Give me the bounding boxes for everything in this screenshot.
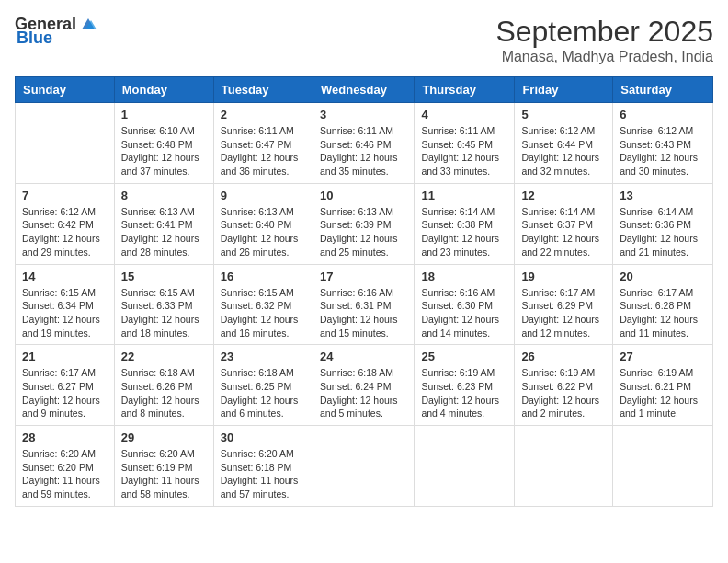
day-info: Sunrise: 6:20 AM Sunset: 6:19 PM Dayligh…	[121, 447, 207, 501]
day-info: Sunrise: 6:15 AM Sunset: 6:33 PM Dayligh…	[121, 286, 207, 340]
calendar-cell	[313, 426, 414, 507]
day-number: 12	[521, 189, 606, 202]
day-info: Sunrise: 6:17 AM Sunset: 6:29 PM Dayligh…	[521, 286, 606, 340]
day-number: 5	[521, 108, 606, 121]
calendar-cell: 3Sunrise: 6:11 AM Sunset: 6:46 PM Daylig…	[313, 103, 414, 184]
day-number: 19	[521, 270, 606, 283]
day-number: 25	[421, 350, 507, 363]
day-number: 8	[121, 189, 207, 202]
calendar-cell: 8Sunrise: 6:13 AM Sunset: 6:41 PM Daylig…	[114, 183, 213, 264]
day-info: Sunrise: 6:14 AM Sunset: 6:36 PM Dayligh…	[620, 205, 706, 259]
day-info: Sunrise: 6:19 AM Sunset: 6:22 PM Dayligh…	[521, 366, 606, 420]
day-number: 7	[22, 189, 108, 202]
header-thursday: Thursday	[415, 77, 515, 103]
calendar-week-5: 28Sunrise: 6:20 AM Sunset: 6:20 PM Dayli…	[16, 426, 713, 507]
calendar-cell: 6Sunrise: 6:12 AM Sunset: 6:43 PM Daylig…	[613, 103, 713, 184]
calendar-week-2: 7Sunrise: 6:12 AM Sunset: 6:42 PM Daylig…	[16, 183, 713, 264]
calendar-cell: 29Sunrise: 6:20 AM Sunset: 6:19 PM Dayli…	[114, 426, 213, 507]
day-number: 2	[221, 108, 306, 121]
calendar-cell: 5Sunrise: 6:12 AM Sunset: 6:44 PM Daylig…	[515, 103, 613, 184]
day-number: 23	[221, 350, 306, 363]
header-saturday: Saturday	[613, 77, 713, 103]
calendar-header-row: SundayMondayTuesdayWednesdayThursdayFrid…	[16, 77, 713, 103]
day-number: 4	[421, 108, 507, 121]
calendar-cell: 28Sunrise: 6:20 AM Sunset: 6:20 PM Dayli…	[16, 426, 115, 507]
day-number: 3	[320, 108, 407, 121]
calendar-cell: 27Sunrise: 6:19 AM Sunset: 6:21 PM Dayli…	[613, 345, 713, 426]
day-info: Sunrise: 6:13 AM Sunset: 6:41 PM Dayligh…	[121, 205, 207, 259]
calendar-cell: 30Sunrise: 6:20 AM Sunset: 6:18 PM Dayli…	[213, 426, 313, 507]
header-tuesday: Tuesday	[213, 77, 313, 103]
calendar-cell: 11Sunrise: 6:14 AM Sunset: 6:38 PM Dayli…	[415, 183, 515, 264]
calendar-cell: 21Sunrise: 6:17 AM Sunset: 6:27 PM Dayli…	[16, 345, 115, 426]
calendar-cell: 15Sunrise: 6:15 AM Sunset: 6:33 PM Dayli…	[114, 264, 213, 345]
day-info: Sunrise: 6:18 AM Sunset: 6:25 PM Dayligh…	[221, 366, 306, 420]
day-info: Sunrise: 6:16 AM Sunset: 6:31 PM Dayligh…	[320, 286, 407, 340]
day-info: Sunrise: 6:18 AM Sunset: 6:26 PM Dayligh…	[121, 366, 207, 420]
day-info: Sunrise: 6:20 AM Sunset: 6:20 PM Dayligh…	[22, 447, 108, 501]
header-wednesday: Wednesday	[313, 77, 414, 103]
day-number: 27	[620, 350, 706, 363]
day-info: Sunrise: 6:15 AM Sunset: 6:32 PM Dayligh…	[221, 286, 306, 340]
calendar-cell: 25Sunrise: 6:19 AM Sunset: 6:23 PM Dayli…	[415, 345, 515, 426]
day-info: Sunrise: 6:14 AM Sunset: 6:38 PM Dayligh…	[421, 205, 507, 259]
day-number: 24	[320, 350, 407, 363]
day-info: Sunrise: 6:18 AM Sunset: 6:24 PM Dayligh…	[320, 366, 407, 420]
logo: General Blue	[15, 15, 98, 48]
calendar-cell: 13Sunrise: 6:14 AM Sunset: 6:36 PM Dayli…	[613, 183, 713, 264]
day-number: 1	[121, 108, 207, 121]
day-number: 15	[121, 270, 207, 283]
day-info: Sunrise: 6:15 AM Sunset: 6:34 PM Dayligh…	[22, 286, 108, 340]
calendar-week-3: 14Sunrise: 6:15 AM Sunset: 6:34 PM Dayli…	[16, 264, 713, 345]
calendar-cell: 20Sunrise: 6:17 AM Sunset: 6:28 PM Dayli…	[613, 264, 713, 345]
day-number: 20	[620, 270, 706, 283]
day-info: Sunrise: 6:12 AM Sunset: 6:43 PM Dayligh…	[620, 124, 706, 178]
calendar-cell: 17Sunrise: 6:16 AM Sunset: 6:31 PM Dayli…	[313, 264, 414, 345]
calendar-cell: 1Sunrise: 6:10 AM Sunset: 6:48 PM Daylig…	[114, 103, 213, 184]
calendar-cell: 19Sunrise: 6:17 AM Sunset: 6:29 PM Dayli…	[515, 264, 613, 345]
day-number: 17	[320, 270, 407, 283]
day-info: Sunrise: 6:20 AM Sunset: 6:18 PM Dayligh…	[221, 447, 306, 501]
calendar-cell	[415, 426, 515, 507]
day-info: Sunrise: 6:10 AM Sunset: 6:48 PM Dayligh…	[121, 124, 207, 178]
day-number: 16	[221, 270, 306, 283]
page-header: General Blue September 2025 Manasa, Madh…	[15, 15, 713, 65]
day-info: Sunrise: 6:11 AM Sunset: 6:47 PM Dayligh…	[221, 124, 306, 178]
calendar-cell: 2Sunrise: 6:11 AM Sunset: 6:47 PM Daylig…	[213, 103, 313, 184]
header-monday: Monday	[114, 77, 213, 103]
calendar-week-4: 21Sunrise: 6:17 AM Sunset: 6:27 PM Dayli…	[16, 345, 713, 426]
calendar-table: SundayMondayTuesdayWednesdayThursdayFrid…	[15, 76, 713, 507]
calendar-cell: 22Sunrise: 6:18 AM Sunset: 6:26 PM Dayli…	[114, 345, 213, 426]
day-info: Sunrise: 6:11 AM Sunset: 6:46 PM Dayligh…	[320, 124, 407, 178]
day-number: 18	[421, 270, 507, 283]
calendar-cell: 23Sunrise: 6:18 AM Sunset: 6:25 PM Dayli…	[213, 345, 313, 426]
day-number: 28	[22, 431, 108, 444]
month-title: September 2025	[495, 15, 713, 49]
calendar-cell: 26Sunrise: 6:19 AM Sunset: 6:22 PM Dayli…	[515, 345, 613, 426]
calendar-cell: 9Sunrise: 6:13 AM Sunset: 6:40 PM Daylig…	[213, 183, 313, 264]
day-info: Sunrise: 6:19 AM Sunset: 6:23 PM Dayligh…	[421, 366, 507, 420]
day-number: 22	[121, 350, 207, 363]
header-sunday: Sunday	[16, 77, 115, 103]
day-number: 26	[521, 350, 606, 363]
calendar-cell	[16, 103, 115, 184]
calendar-cell: 7Sunrise: 6:12 AM Sunset: 6:42 PM Daylig…	[16, 183, 115, 264]
day-info: Sunrise: 6:11 AM Sunset: 6:45 PM Dayligh…	[421, 124, 507, 178]
day-info: Sunrise: 6:12 AM Sunset: 6:44 PM Dayligh…	[521, 124, 606, 178]
day-info: Sunrise: 6:14 AM Sunset: 6:37 PM Dayligh…	[521, 205, 606, 259]
logo-icon	[78, 17, 98, 33]
calendar-cell: 18Sunrise: 6:16 AM Sunset: 6:30 PM Dayli…	[415, 264, 515, 345]
day-info: Sunrise: 6:13 AM Sunset: 6:40 PM Dayligh…	[221, 205, 306, 259]
day-number: 10	[320, 189, 407, 202]
title-area: September 2025 Manasa, Madhya Pradesh, I…	[495, 15, 713, 65]
calendar-cell: 16Sunrise: 6:15 AM Sunset: 6:32 PM Dayli…	[213, 264, 313, 345]
calendar-cell: 12Sunrise: 6:14 AM Sunset: 6:37 PM Dayli…	[515, 183, 613, 264]
day-number: 13	[620, 189, 706, 202]
logo-blue-text: Blue	[17, 29, 52, 48]
day-number: 29	[121, 431, 207, 444]
day-info: Sunrise: 6:17 AM Sunset: 6:28 PM Dayligh…	[620, 286, 706, 340]
calendar-cell: 24Sunrise: 6:18 AM Sunset: 6:24 PM Dayli…	[313, 345, 414, 426]
day-info: Sunrise: 6:17 AM Sunset: 6:27 PM Dayligh…	[22, 366, 108, 420]
calendar-cell: 10Sunrise: 6:13 AM Sunset: 6:39 PM Dayli…	[313, 183, 414, 264]
day-number: 11	[421, 189, 507, 202]
